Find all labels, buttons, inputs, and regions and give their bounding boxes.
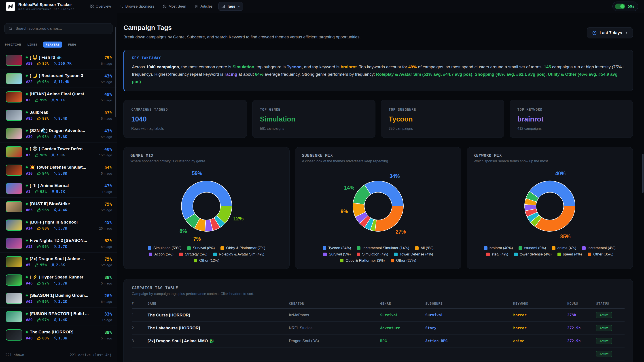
legend-swatch-icon (187, 246, 191, 250)
legend-swatch-icon (213, 253, 217, 256)
legend-swatch-icon (486, 253, 490, 256)
table-header-index[interactable]: # (132, 302, 148, 305)
content: POSITIONLIKESPLAYERSFREQ [ 🔱 ] Fish It! … (0, 13, 644, 362)
page-scrollbar[interactable] (642, 154, 644, 193)
game-list-item[interactable]: [SEASON 1] Dueling Groun...#6396%2.2K26%… (0, 289, 117, 308)
sort-tab-likes[interactable]: LIKES (27, 41, 38, 48)
thumbs-up-icon (35, 263, 39, 267)
table-header-game[interactable]: GAME (148, 302, 289, 305)
search-icon (120, 4, 123, 8)
legend-swatch-icon (484, 246, 488, 250)
sort-tab-position[interactable]: POSITION (4, 41, 22, 48)
game-list-item[interactable]: [ 🔱 ] Fish It! 🐟#5983%360.7K79%5m ago (0, 51, 117, 69)
game-list-item[interactable]: [SZN 🌊] Dragon Adventu...#3993%7.8K43%5m… (0, 124, 117, 143)
donut-chart: 34%14%9%27% (302, 163, 454, 245)
donut-slice-label: 40% (555, 171, 566, 177)
game-list-item[interactable]: [ 🗡 ] Anime Eternal#198%5.7K47%1h ago (0, 179, 117, 198)
sidebar-footer: 221 shown 221 active (last 4h) (0, 348, 117, 362)
game-frequency-pct: 49% (92, 92, 112, 97)
table-header-subgenre[interactable]: SUBGENRE (425, 302, 513, 305)
table-header-creator[interactable]: CREATOR (289, 302, 380, 305)
game-list-item[interactable]: [FUSION REACTOR!] Build ...#8997%1.4K33%… (0, 308, 117, 326)
sort-tab-freq[interactable]: FREQ (68, 41, 77, 48)
game-list-item[interactable]: [HEIAN] Anime Final Quest#299%9.1K49%5m … (0, 88, 117, 106)
cell-status: Active (596, 338, 624, 344)
game-right: 43%5m ago (92, 73, 112, 84)
date-range-button[interactable]: Last 7 days ▼ (587, 27, 633, 38)
game-thumbnail (6, 55, 22, 66)
key-takeaway: KEY TAKEAWAY Across 1040 campaigns, the … (124, 50, 633, 91)
person-icon (51, 153, 55, 157)
legend-label: Tycoon (34%) (328, 246, 351, 250)
game-frequency-pct: 88% (92, 275, 112, 280)
table-title: CAMPAIGN TAG TABLE (132, 286, 624, 290)
game-frequency-pct: 62% (92, 238, 112, 243)
nav-item-articles[interactable]: Articles (192, 2, 215, 10)
donut-slice-other (375, 206, 404, 231)
game-list-item[interactable]: Jailbreak#8388%8.4K57%5m ago (0, 106, 117, 124)
table-row: 1The Curse [HORROR]ItzMePanosSurvivalSur… (132, 309, 624, 322)
table-header-genre[interactable]: GENRE (380, 302, 425, 305)
legend-item: tsunami (5%) (518, 246, 546, 250)
legend-swatch-icon (394, 253, 398, 256)
donut-slice-label: 59% (192, 171, 202, 176)
game-list-item[interactable]: [ ⚡ ] Hyper Speed Runner#4697%2.7K88%5m … (0, 271, 117, 289)
game-info: [DUST II] BloxStrike#6596%4.4K (26, 201, 89, 212)
game-list-item[interactable]: [BUFF] fight in a school#1480%3.7K45%25m… (0, 216, 117, 234)
cell-status: Active (596, 312, 624, 318)
takeaway-segment: . Top keywords account for (357, 65, 408, 69)
game-frequency-pct: 57% (92, 110, 112, 115)
game-title: [ 👽 ] Garden Tower Defen... (30, 146, 86, 151)
cell-creator: ItzMePanos (289, 313, 380, 317)
legend-item: brainrot (40%) (484, 246, 513, 250)
takeaway-segment: Tycoon (287, 65, 302, 69)
online-dot-icon (26, 148, 28, 150)
game-last-seen: 5m ago (92, 300, 112, 304)
article-icon (195, 4, 198, 8)
game-thumbnail (6, 219, 22, 231)
takeaway-segment: 145 (544, 65, 551, 69)
legend-label: Simulation (59%) (154, 246, 182, 250)
search-icon (8, 26, 13, 31)
table-header-keyword[interactable]: KEYWORD (513, 302, 567, 305)
game-players: 3.7K (54, 226, 67, 230)
chart-legend: brainrot (40%)tsunami (5%)anime (4%)incr… (476, 246, 624, 256)
game-info: [SEASON 1] Dueling Groun...#6396%2.2K (26, 293, 89, 304)
nav-item-tags[interactable]: Tags▼ (218, 2, 243, 11)
game-list-item[interactable]: [DUST II] BloxStrike#6596%4.4K75%5m ago (0, 198, 117, 216)
search-input[interactable] (16, 26, 109, 31)
game-rank: #3 (26, 153, 30, 157)
game-list-item[interactable]: 💥 Tower Defense Simulat...#1094%5.8K54%5… (0, 161, 117, 179)
cell-status: Active (596, 351, 624, 357)
legend-item: Action (5%) (149, 252, 173, 256)
stat-card-top-keyword: TOP KEYWORDbrainrot412 campaigns (510, 100, 633, 138)
auto-refresh-toggle[interactable] (615, 3, 625, 9)
game-players: 2.8K (51, 263, 65, 267)
donut-slice-tycoon (365, 181, 404, 206)
game-list-item[interactable]: [2x] Dragon Soul | Anime ...#595%2.8K75%… (0, 253, 117, 271)
game-list-item[interactable]: The Curse [HORROR]#4080%1.3K89%5m ago (0, 326, 117, 344)
nav-item-overview[interactable]: Overview (87, 2, 114, 10)
cell-index: 2 (132, 326, 148, 330)
game-title: Five Nights TD 2 [SEASON... (30, 238, 87, 243)
person-icon (54, 318, 57, 322)
game-list-item[interactable]: Five Nights TD 2 [SEASON...#1396%3.7K62%… (0, 234, 117, 253)
sort-tab-players[interactable]: PLAYERS (43, 41, 62, 48)
game-list-item[interactable]: [ 🌙 ] Restaurant Tycoon 3#2295%11.4K43%5… (0, 69, 117, 88)
chart-legend: Simulation (59%)Survival (8%)Obby & Plat… (140, 246, 274, 263)
table-header-hours[interactable]: HOURS (567, 302, 596, 305)
legend-item: anime (4%) (552, 246, 576, 250)
legend-swatch-icon (518, 246, 522, 250)
legend-item: steal (4%) (486, 252, 508, 256)
game-frequency-pct: 33% (92, 312, 112, 317)
nav-item-browse-sponsors[interactable]: Browse Sponsors (117, 2, 157, 10)
sidebar-scrollbar[interactable] (115, 27, 116, 117)
table-header-status[interactable]: STATUS (596, 302, 624, 305)
nav-item-most-seen[interactable]: Most Seen (160, 2, 189, 10)
legend-item: Obby & Platformer (3%) (340, 258, 384, 263)
game-last-seen: 5m ago (92, 208, 112, 212)
game-last-seen: 25m ago (92, 226, 112, 230)
brand-text: RobloxPal Sponsor Tracker ROBLOX ADVERTI… (18, 2, 75, 10)
legend-label: All (9%) (420, 246, 434, 250)
game-list-item[interactable]: [ 👽 ] Garden Tower Defen...#398%7.0K40%1… (0, 143, 117, 161)
